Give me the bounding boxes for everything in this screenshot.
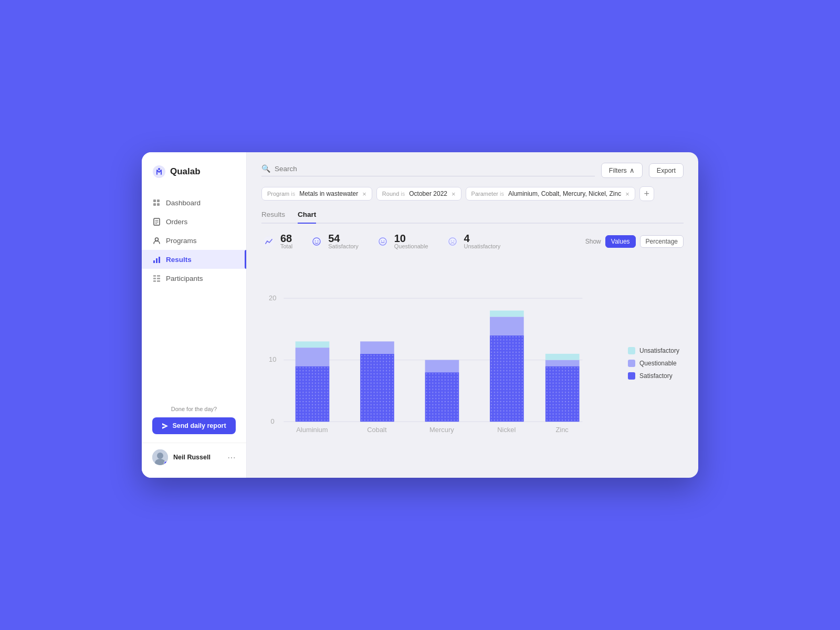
search-bar: 🔍 Filters ∧ Export: [261, 163, 684, 178]
sidebar-label-dashboard: Dashboard: [166, 199, 201, 207]
bar-cobalt-satisfactory: [360, 354, 394, 422]
main-content: 🔍 Filters ∧ Export Program is Metals in …: [247, 152, 698, 478]
app-name: Qualab: [170, 166, 201, 177]
sidebar-item-results[interactable]: Results: [142, 250, 246, 269]
x-label-nickel: Nickel: [497, 426, 516, 434]
send-icon: [162, 423, 169, 429]
svg-rect-11: [153, 275, 156, 277]
filter-key-round: Round is: [382, 191, 405, 197]
stat-total-value: 68: [280, 233, 292, 244]
sidebar-item-orders[interactable]: Orders: [142, 212, 246, 231]
svg-point-28: [383, 240, 384, 242]
user-row: Neil Russell ⋯: [142, 443, 246, 465]
bar-zinc-unsatisfactory: [545, 354, 580, 360]
export-button[interactable]: Export: [649, 163, 684, 178]
filter-close-round[interactable]: ×: [452, 191, 456, 197]
sidebar-label-participants: Participants: [166, 275, 203, 282]
sidebar-item-dashboard[interactable]: Dashboard: [142, 193, 246, 212]
chart-legend: Unsatisfactory Questionable Satisfactory: [628, 259, 684, 467]
participants-icon: [152, 274, 161, 282]
stat-unsatisfactory-value: 4: [464, 233, 501, 244]
bar-aluminium-unsatisfactory: [296, 341, 330, 348]
y-label-10: 10: [269, 355, 276, 363]
sidebar-label-results: Results: [166, 256, 192, 264]
percentage-toggle-button[interactable]: Percentage: [640, 235, 684, 248]
stats-row: 68 Total 54 Satisfactory: [261, 233, 684, 249]
stat-total: 68 Total: [261, 233, 292, 249]
bar-mercury-satisfactory: [425, 372, 459, 422]
svg-point-27: [381, 240, 382, 242]
send-report-button[interactable]: Send daily report: [152, 417, 236, 434]
svg-rect-5: [157, 203, 160, 206]
search-input[interactable]: [275, 165, 595, 173]
svg-rect-13: [153, 280, 156, 282]
filter-tag-round: Round is October 2022 ×: [376, 187, 461, 201]
sidebar-label-programs: Programs: [166, 237, 197, 245]
logo: Qualab: [142, 165, 246, 193]
bar-zinc-satisfactory: [545, 366, 580, 422]
sidebar: Qualab Dashboard: [142, 152, 247, 478]
legend-label-satisfactory: Satisfactory: [639, 372, 673, 380]
filter-key-parameter: Parameter is: [471, 191, 504, 197]
legend-questionable: Questionable: [628, 360, 679, 367]
svg-rect-15: [157, 278, 160, 279]
filter-add-button[interactable]: +: [639, 186, 654, 201]
x-label-mercury: Mercury: [429, 426, 454, 434]
svg-point-7: [155, 238, 158, 241]
sidebar-item-participants[interactable]: Participants: [142, 269, 246, 288]
more-options-icon[interactable]: ⋯: [227, 453, 236, 463]
sidebar-item-programs[interactable]: Programs: [142, 231, 246, 250]
bar-nickel-unsatisfactory: [490, 311, 524, 317]
svg-rect-2: [153, 200, 156, 202]
legend-swatch-unsatisfactory: [628, 347, 635, 354]
stat-satisfactory-value: 54: [328, 233, 358, 244]
tab-bar: Results Chart: [261, 211, 684, 224]
show-label: Show: [585, 238, 601, 245]
filters-label: Filters: [609, 167, 627, 174]
tab-chart[interactable]: Chart: [298, 211, 316, 224]
legend-label-questionable: Questionable: [639, 360, 677, 367]
legend-satisfactory: Satisfactory: [628, 372, 679, 380]
svg-rect-14: [157, 275, 160, 277]
legend-swatch-satisfactory: [628, 372, 635, 380]
svg-point-32: [453, 240, 454, 242]
bar-zinc-questionable: [545, 360, 580, 366]
tab-results[interactable]: Results: [261, 211, 285, 224]
svg-point-1: [158, 168, 160, 170]
filter-tag-parameter: Parameter is Aluminium, Cobalt, Mercury,…: [466, 187, 635, 201]
values-toggle-button[interactable]: Values: [605, 235, 636, 248]
stat-satisfactory: 54 Satisfactory: [309, 233, 358, 249]
dashboard-icon: [152, 198, 161, 207]
filter-value-round: October 2022: [409, 190, 447, 197]
bar-aluminium-satisfactory: [296, 366, 330, 422]
svg-point-24: [318, 240, 319, 242]
stat-unsatisfactory-label: Unsatisfactory: [464, 244, 501, 249]
satisfactory-icon: [309, 234, 324, 249]
legend-unsatisfactory: Unsatisfactory: [628, 347, 679, 354]
svg-rect-3: [157, 200, 160, 202]
trend-icon: [261, 234, 276, 249]
filter-key-program: Program is: [267, 191, 295, 197]
stat-questionable-value: 10: [394, 233, 428, 244]
unsatisfactory-icon: [445, 234, 460, 249]
y-label-0: 0: [271, 417, 275, 425]
chart-area: 20 10 0 Aluminium: [261, 259, 684, 467]
filter-value-parameter: Aluminium, Cobalt, Mercury, Nickel, Zinc: [508, 190, 621, 197]
send-report-label: Send daily report: [172, 422, 226, 429]
bar-chart: 20 10 0 Aluminium: [261, 259, 620, 467]
filters-button[interactable]: Filters ∧: [601, 163, 643, 178]
legend-swatch-questionable: [628, 360, 635, 367]
search-icon: 🔍: [261, 164, 270, 173]
stat-questionable-label: Questionable: [394, 244, 428, 249]
filter-close-program[interactable]: ×: [362, 191, 366, 197]
sidebar-nav: Dashboard Orders Program: [142, 193, 246, 288]
stat-unsatisfactory: 4 Unsatisfactory: [445, 233, 501, 249]
filter-tag-program: Program is Metals in wastewater ×: [261, 187, 372, 201]
svg-rect-12: [153, 278, 156, 279]
show-toggle: Show Values Percentage: [585, 235, 684, 248]
filter-close-parameter[interactable]: ×: [625, 191, 629, 197]
svg-rect-9: [156, 258, 158, 263]
stat-satisfactory-label: Satisfactory: [328, 244, 358, 249]
sidebar-label-orders: Orders: [166, 218, 187, 226]
x-label-cobalt: Cobalt: [367, 426, 387, 434]
